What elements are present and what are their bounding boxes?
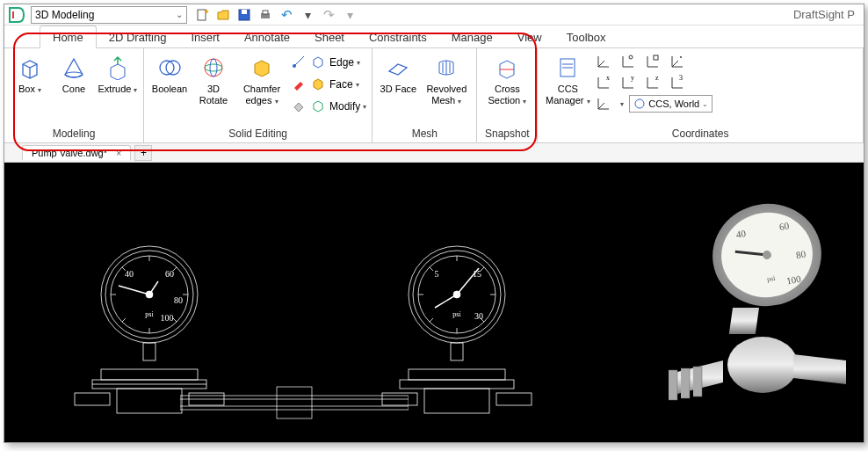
svg-rect-60 <box>451 343 463 360</box>
svg-text:z: z <box>655 74 659 82</box>
save-icon[interactable] <box>236 7 252 23</box>
svg-rect-82 <box>729 308 759 334</box>
svg-line-34 <box>173 318 177 322</box>
face-button[interactable]: Face ▾ <box>311 74 366 95</box>
svg-rect-3 <box>242 10 247 14</box>
viewport-wireframe[interactable]: 40 60 80 100 psi <box>4 163 619 442</box>
group-title-mesh: Mesh <box>378 126 471 142</box>
group-modeling: Box ▾ Cone Extrude ▾ Modeling <box>4 48 144 142</box>
revolved-mesh-button[interactable]: RevolvedMesh ▾ <box>422 52 471 109</box>
tab-view[interactable]: View <box>505 26 554 47</box>
ccs-icon-x[interactable]: x <box>596 73 615 92</box>
svg-point-83 <box>727 337 798 393</box>
ccs-icon-y[interactable]: y <box>620 73 640 92</box>
boolean-button[interactable]: Boolean <box>149 52 190 97</box>
group-coordinates: CCSManager ▾ x y z 3 <box>538 48 864 142</box>
tab-insert[interactable]: Insert <box>178 26 232 47</box>
svg-text:psi: psi <box>452 310 461 318</box>
extrude-button[interactable]: Extrude ▾ <box>98 52 138 98</box>
undo-dropdown-icon[interactable]: ▾ <box>300 7 315 23</box>
quick-access-toolbar: 3D Modeling ⌄ ✦ ↶ ▾ ↷ ▾ DraftSight P <box>4 4 864 25</box>
tab-toolbox[interactable]: Toolbox <box>554 26 618 47</box>
svg-point-59 <box>453 291 460 298</box>
undo-icon[interactable]: ↶ <box>278 7 294 23</box>
ribbon-tab-bar: Home 2D Drafting Insert Annotate Sheet C… <box>4 25 864 48</box>
chevron-down-icon[interactable]: ▾ <box>620 100 624 108</box>
erase-row-icon[interactable] <box>292 96 307 117</box>
viewport-shaded[interactable]: 40 60 80 100 psi <box>626 163 864 442</box>
ccs-selector[interactable]: CCS, World ⌄ <box>629 95 712 113</box>
app-logo-icon <box>8 6 25 24</box>
draw-row-icon[interactable] <box>292 52 307 73</box>
edge-button[interactable]: Edge ▾ <box>311 52 366 73</box>
cone-button[interactable]: Cone <box>54 52 94 97</box>
ccs-icon-4[interactable] <box>669 52 689 71</box>
svg-text:80: 80 <box>174 295 183 305</box>
new-file-icon[interactable]: ✦ <box>194 7 210 23</box>
close-icon[interactable]: × <box>116 148 121 158</box>
extrude-icon <box>104 54 132 82</box>
svg-rect-41 <box>75 393 110 405</box>
brush-icon <box>292 76 307 92</box>
svg-rect-39 <box>117 389 182 413</box>
group-title-snapshot: Snapshot <box>482 126 532 142</box>
gauge-shaded: 40 60 80 100 psi <box>635 189 855 426</box>
svg-line-57 <box>430 318 433 322</box>
group-title-solid-editing: Solid Editing <box>149 126 366 142</box>
svg-point-9 <box>205 59 222 76</box>
face-icon <box>311 76 327 92</box>
tab-sheet[interactable]: Sheet <box>302 26 357 47</box>
chevron-down-icon: ⌄ <box>176 10 183 19</box>
svg-point-12 <box>293 64 296 68</box>
cross-section-button[interactable]: CrossSection ▾ <box>482 52 532 109</box>
pipe-wireframe <box>180 378 409 431</box>
print-icon[interactable] <box>257 7 273 23</box>
ccs-icon-1[interactable] <box>596 52 615 71</box>
rotate-3d-icon <box>199 54 228 82</box>
document-tab-bar: Pump Valve.dwg* × + <box>4 143 864 163</box>
group-mesh: 3D Face RevolvedMesh ▾ Mesh <box>373 48 477 142</box>
3d-face-icon <box>384 54 412 82</box>
svg-line-33 <box>122 318 126 322</box>
svg-rect-17 <box>654 55 658 60</box>
open-file-icon[interactable] <box>215 7 231 23</box>
document-tab[interactable]: Pump Valve.dwg* × <box>22 145 131 160</box>
paint-row-icon[interactable] <box>292 74 307 95</box>
ccs-icon-2[interactable] <box>620 52 640 71</box>
svg-point-23 <box>635 99 644 108</box>
workspace-dropdown[interactable]: 3D Modeling ⌄ <box>31 6 187 24</box>
svg-point-10 <box>205 64 222 71</box>
chamfer-edges-button[interactable]: Chamferedges ▾ <box>237 52 286 109</box>
add-tab-button[interactable]: + <box>134 145 152 161</box>
group-title-coordinates: Coordinates <box>543 126 857 142</box>
ccs-icon-3pt[interactable]: 3 <box>669 73 689 92</box>
modify-button[interactable]: Modify ▾ <box>311 96 366 117</box>
redo-icon[interactable]: ↷ <box>321 7 336 23</box>
ccs-icon-3[interactable] <box>645 52 664 71</box>
ccs-icon-world[interactable] <box>596 94 615 113</box>
ccs-manager-button[interactable]: CCSManager ▾ <box>543 52 592 109</box>
svg-point-6 <box>65 72 83 77</box>
svg-text:✦: ✦ <box>204 8 209 16</box>
ccs-icon-z[interactable]: z <box>645 73 664 92</box>
box-button[interactable]: Box ▾ <box>10 52 50 98</box>
tab-home[interactable]: Home <box>40 25 97 48</box>
tab-manage[interactable]: Manage <box>439 26 505 47</box>
redo-dropdown-icon[interactable]: ▾ <box>342 7 358 23</box>
chevron-down-icon: ▾ <box>363 103 366 111</box>
document-tab-label: Pump Valve.dwg* <box>32 148 107 158</box>
svg-rect-70 <box>180 396 409 410</box>
tab-annotate[interactable]: Annotate <box>232 26 302 47</box>
3d-face-button[interactable]: 3D Face <box>378 52 418 97</box>
svg-rect-63 <box>424 389 489 413</box>
chevron-down-icon: ▾ <box>587 98 590 105</box>
tab-2d-drafting[interactable]: 2D Drafting <box>97 26 179 47</box>
globe-icon <box>633 98 646 110</box>
svg-text:3: 3 <box>679 74 683 82</box>
chevron-down-icon: ▾ <box>523 98 526 105</box>
tab-constraints[interactable]: Constraints <box>357 26 439 47</box>
group-solid-editing: Boolean 3D Rotate Chamferedges ▾ <box>144 48 373 142</box>
svg-point-11 <box>210 59 217 76</box>
svg-text:psi: psi <box>145 310 154 318</box>
3d-rotate-button[interactable]: 3D Rotate <box>193 52 234 108</box>
